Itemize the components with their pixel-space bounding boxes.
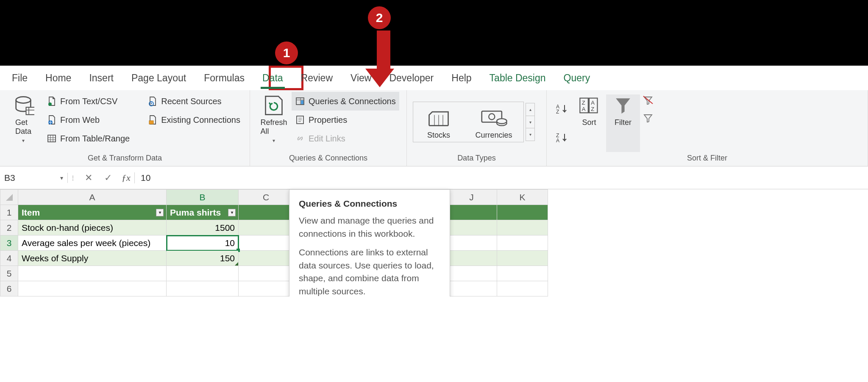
col-header-B[interactable]: B	[167, 190, 239, 205]
callout-badge-2: 2	[368, 6, 391, 29]
sort-ascending-button[interactable]: AZ	[553, 100, 572, 118]
svg-rect-12	[149, 121, 153, 124]
svg-rect-1	[26, 107, 35, 114]
filter-icon	[613, 94, 633, 116]
col-header-K[interactable]: K	[497, 190, 548, 205]
database-icon	[12, 94, 34, 116]
edit-links-label: Edit Links	[309, 134, 345, 144]
currencies-icon	[480, 107, 508, 129]
cell-B3[interactable]: 10	[167, 235, 239, 251]
queries-connections-button[interactable]: Queries & Connections	[292, 92, 399, 111]
recent-sources-button[interactable]: Recent Sources	[144, 92, 244, 111]
from-text-csv-label: From Text/CSV	[60, 97, 117, 106]
group-label-data-types: Data Types	[413, 152, 540, 166]
row-header-1[interactable]: 1	[0, 205, 18, 220]
tab-file[interactable]: File	[10, 70, 29, 86]
cell-A2[interactable]: Stock on-hand (pieces)	[18, 220, 167, 235]
data-types-gallery-scroll[interactable]: ▴▾▾	[526, 103, 535, 141]
svg-text:Z: Z	[582, 100, 585, 106]
filter-dropdown-icon[interactable]: ▾	[156, 209, 164, 216]
get-data-label: Get Data	[15, 118, 31, 136]
select-all-button[interactable]	[0, 190, 18, 205]
tab-formulas[interactable]: Formulas	[202, 70, 246, 86]
from-web-button[interactable]: From Web	[43, 111, 133, 129]
formula-bar-handle[interactable]: ⋮	[68, 174, 79, 181]
tab-query[interactable]: Query	[562, 70, 592, 86]
sort-descending-button[interactable]: ZA	[553, 128, 572, 147]
row-header-3[interactable]: 3	[0, 235, 18, 251]
queries-icon	[295, 96, 305, 106]
cell-C1[interactable]	[239, 205, 294, 220]
tooltip-queries-connections: Queries & Connections View and manage th…	[289, 189, 450, 296]
clear-filter-icon[interactable]	[643, 95, 654, 105]
table-icon	[47, 133, 57, 144]
group-label-sort-filter: Sort & Filter	[553, 152, 862, 166]
worksheet-grid: A B C G H I J K 1 Item▾ Puma shirts▾ 2 S…	[0, 189, 868, 296]
svg-text:A: A	[582, 106, 586, 112]
filter-label: Filter	[615, 118, 632, 127]
from-text-csv-button[interactable]: From Text/CSV	[43, 92, 133, 111]
refresh-all-button[interactable]: Refresh All ▾	[256, 94, 292, 152]
from-table-range-button[interactable]: From Table/Range	[43, 129, 133, 148]
tab-home[interactable]: Home	[44, 70, 73, 86]
row-header-2[interactable]: 2	[0, 220, 18, 235]
group-data-types: Stocks Currencies ▴▾▾ Data Types	[407, 90, 547, 166]
callout-badge-1: 1	[275, 42, 298, 64]
properties-label: Properties	[309, 115, 347, 125]
formula-bar: B3 ⋮ ✕ ✓ ƒx 10	[0, 166, 868, 189]
sort-button[interactable]: ZAAZ Sort	[572, 94, 606, 152]
sort-dialog-icon: ZAAZ	[578, 94, 600, 116]
currencies-label: Currencies	[475, 131, 512, 140]
cell-A1[interactable]: Item▾	[18, 205, 167, 220]
currencies-button[interactable]: Currencies	[464, 107, 523, 140]
existing-conn-icon	[147, 115, 158, 125]
col-header-C[interactable]: C	[239, 190, 294, 205]
cell-A4[interactable]: Weeks of Supply	[18, 251, 167, 266]
table-resize-handle-icon[interactable]	[235, 262, 238, 266]
tab-help[interactable]: Help	[450, 70, 473, 86]
cell-B1[interactable]: Puma shirts▾	[167, 205, 239, 220]
tab-review[interactable]: Review	[299, 70, 334, 86]
reapply-filter-icon[interactable]	[643, 113, 654, 122]
properties-icon	[295, 115, 305, 125]
from-table-range-label: From Table/Range	[60, 134, 130, 144]
tab-data[interactable]: Data	[261, 70, 285, 86]
group-label-queries: Queries & Connections	[256, 152, 401, 166]
row-header-6[interactable]: 6	[0, 281, 18, 296]
enter-formula-icon[interactable]: ✓	[98, 172, 118, 183]
row-header-5[interactable]: 5	[0, 266, 18, 281]
col-header-A[interactable]: A	[18, 190, 167, 205]
tab-insert[interactable]: Insert	[87, 70, 115, 86]
document-web-icon	[47, 115, 57, 125]
filter-button[interactable]: Filter	[606, 94, 640, 152]
formula-input[interactable]: 10	[135, 173, 868, 183]
svg-rect-16	[301, 100, 303, 104]
properties-button[interactable]: Properties	[292, 111, 399, 129]
tab-table-design[interactable]: Table Design	[488, 70, 548, 86]
group-queries-connections: Refresh All ▾ Queries & Connections Prop…	[250, 90, 407, 166]
row-header-4[interactable]: 4	[0, 251, 18, 266]
tooltip-paragraph: Connections are links to external data s…	[299, 246, 440, 296]
group-label-get-transform: Get & Transform Data	[6, 152, 244, 166]
stocks-icon	[426, 107, 451, 129]
cell-A3[interactable]: Average sales per week (pieces)	[18, 235, 167, 251]
existing-connections-button[interactable]: Existing Connections	[144, 111, 244, 129]
document-icon	[47, 96, 57, 106]
svg-text:A: A	[556, 138, 559, 143]
tab-developer[interactable]: Developer	[387, 70, 435, 86]
col-header-J[interactable]: J	[446, 190, 497, 205]
sort-asc-icon: AZ	[556, 103, 569, 114]
tooltip-paragraph: View and manage the queries and connecti…	[299, 214, 440, 240]
stocks-button[interactable]: Stocks	[413, 107, 464, 140]
filter-dropdown-icon[interactable]: ▾	[228, 209, 236, 216]
svg-point-0	[16, 97, 31, 103]
cancel-formula-icon[interactable]: ✕	[79, 172, 98, 183]
insert-function-icon[interactable]: ƒx	[118, 172, 135, 183]
tab-page-layout[interactable]: Page Layout	[130, 70, 188, 86]
cell-B2[interactable]: 1500	[167, 220, 239, 235]
svg-point-4	[48, 102, 52, 106]
cell-B4[interactable]: 150	[167, 251, 239, 266]
svg-rect-6	[48, 135, 56, 142]
name-box[interactable]: B3	[0, 173, 68, 183]
get-data-button[interactable]: Get Data ▾	[6, 94, 41, 152]
